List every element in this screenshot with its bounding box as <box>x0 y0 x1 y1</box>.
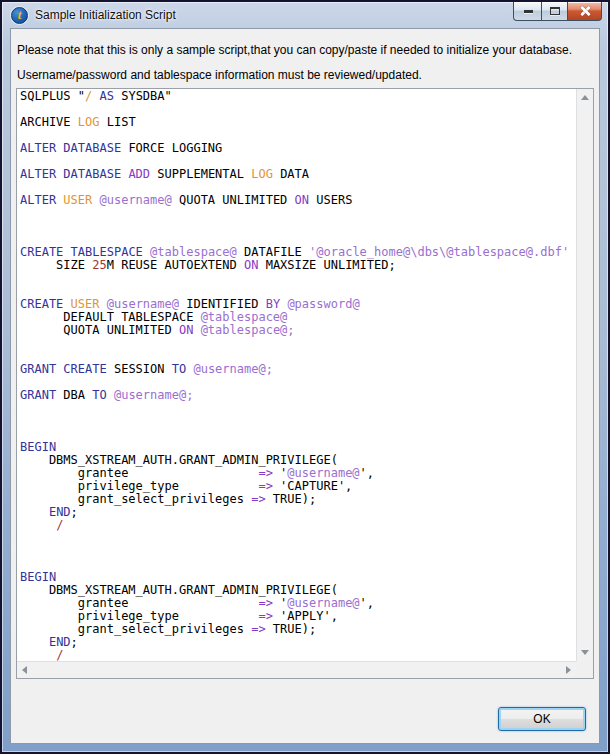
caption-buttons <box>513 2 602 21</box>
script-textarea[interactable]: SQLPLUS "/ AS SYSDBA" ARCHIVE LOG LIST A… <box>16 88 594 679</box>
vertical-scrollbar[interactable] <box>576 89 593 661</box>
close-button[interactable] <box>567 2 602 21</box>
scrollbar-corner <box>576 661 593 678</box>
minimize-button[interactable] <box>513 2 542 21</box>
minimize-icon <box>524 10 533 13</box>
dialog-window: t Sample Initialization Script Please no… <box>0 0 610 754</box>
scroll-up-icon[interactable] <box>581 95 589 100</box>
maximize-button[interactable] <box>541 2 568 21</box>
app-icon-letter: t <box>12 7 27 23</box>
maximize-icon <box>550 7 560 15</box>
script-text: SQLPLUS "/ AS SYSDBA" ARCHIVE LOG LIST A… <box>17 89 576 661</box>
scroll-right-icon[interactable] <box>566 666 571 674</box>
scroll-left-icon[interactable] <box>22 666 27 674</box>
intro-line-2: Username/password and tablespace informa… <box>17 68 422 82</box>
intro-line-1: Please note that this is only a sample s… <box>17 43 572 57</box>
horizontal-scrollbar[interactable] <box>17 661 576 678</box>
window-title: Sample Initialization Script <box>35 8 176 22</box>
scroll-down-icon[interactable] <box>581 650 589 655</box>
dialog-body: Please note that this is only a sample s… <box>10 28 600 744</box>
ok-button[interactable]: OK <box>498 707 586 731</box>
app-icon: t <box>11 7 28 24</box>
close-icon <box>579 5 591 17</box>
